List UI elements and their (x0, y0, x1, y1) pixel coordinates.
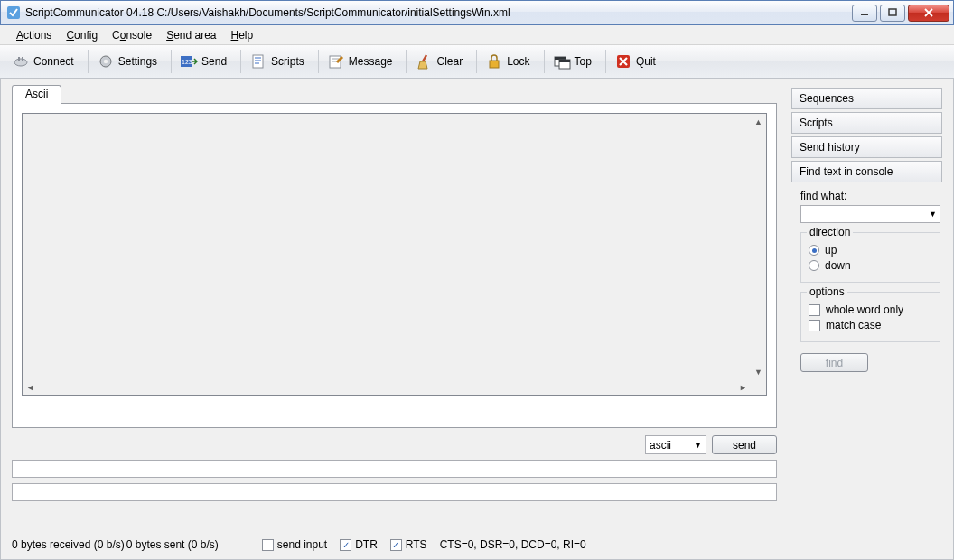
menu-send-area[interactable]: Send area (159, 26, 223, 44)
direction-down-label: down (825, 259, 851, 272)
tab-header: Ascii (12, 84, 777, 103)
status-bar: 0 bytes received (0 b/s) 0 bytes sent (0… (12, 536, 942, 554)
menu-help[interactable]: Help (224, 26, 261, 44)
clear-button[interactable]: Clear (410, 48, 471, 75)
main-area: Ascii ▲ ▼ ◄ ► ascii ▼ send (0, 79, 954, 560)
window-maximize-button[interactable] (880, 5, 905, 22)
quit-button[interactable]: Quit (610, 48, 664, 75)
toolbar-separator (406, 50, 407, 73)
find-what-label: find what: (800, 190, 942, 202)
send-controls: ascii ▼ send (12, 435, 777, 454)
dropdown-arrow-icon: ▼ (929, 210, 937, 219)
menu-config[interactable]: Config (59, 26, 105, 44)
horizontal-scrollbar[interactable]: ◄ ► (23, 379, 751, 395)
dropdown-arrow-icon: ▼ (694, 441, 702, 450)
message-button[interactable]: Message (323, 48, 401, 75)
send-icon: 123 (180, 52, 198, 70)
window-close-button[interactable] (908, 5, 949, 22)
send-input-2[interactable] (12, 483, 777, 501)
scripts-button[interactable]: Scripts (245, 48, 313, 75)
accordion-find[interactable]: Find text in console (791, 161, 942, 182)
top-label: Top (575, 55, 592, 68)
direction-legend: direction (807, 226, 853, 238)
checkbox-icon (262, 539, 274, 551)
gear-icon (97, 52, 115, 70)
toolbar-separator (171, 50, 172, 73)
accordion-sequences[interactable]: Sequences (791, 88, 942, 109)
window-title: ScriptCommunicator 04.18 C:/Users/Vaisha… (25, 6, 510, 19)
scroll-up-arrow-icon[interactable]: ▲ (752, 115, 765, 128)
dtr-label: DTR (355, 538, 378, 551)
window-minimize-button[interactable] (852, 5, 877, 22)
toolbar-separator (605, 50, 606, 73)
svg-rect-5 (22, 57, 23, 61)
broom-icon (415, 52, 433, 70)
title-bar: ScriptCommunicator 04.18 C:/Users/Vaisha… (0, 0, 954, 25)
send-input-checkbox[interactable]: send input (262, 538, 327, 551)
svg-rect-4 (18, 57, 20, 61)
send-label: Send (201, 55, 227, 68)
rts-checkbox[interactable]: ✓ RTS (390, 538, 427, 551)
direction-up-option[interactable]: up (809, 244, 932, 257)
dtr-checkbox[interactable]: ✓ DTR (340, 538, 378, 551)
svg-point-7 (104, 60, 108, 63)
svg-rect-10 (253, 55, 263, 68)
svg-rect-12 (490, 61, 499, 68)
direction-down-option[interactable]: down (809, 259, 932, 272)
plug-icon (12, 52, 30, 70)
vertical-scrollbar[interactable]: ▲ ▼ (751, 114, 766, 379)
find-what-input[interactable]: ▼ (800, 205, 940, 223)
scripts-label: Scripts (271, 55, 304, 68)
svg-rect-1 (861, 14, 868, 15)
direction-group: direction up down (800, 232, 940, 283)
settings-label: Settings (118, 55, 157, 68)
toolbar: Connect Settings 123 Send Scripts Messag… (0, 45, 954, 79)
message-label: Message (349, 55, 393, 68)
svg-rect-16 (559, 60, 570, 62)
radio-icon (809, 260, 819, 271)
lock-button[interactable]: Lock (481, 48, 538, 75)
quit-icon (614, 52, 632, 70)
quit-label: Quit (636, 55, 656, 68)
send-button[interactable]: 123 Send (175, 48, 235, 75)
toolbar-separator (318, 50, 319, 73)
settings-button[interactable]: Settings (92, 48, 165, 75)
direction-up-label: up (825, 244, 837, 257)
scroll-right-arrow-icon[interactable]: ► (736, 380, 750, 394)
find-button[interactable]: find (800, 353, 868, 372)
message-icon (327, 52, 345, 70)
options-group: options whole word only match case (800, 292, 940, 342)
app-icon (6, 5, 21, 20)
right-pane: Sequences Scripts Send history Find text… (791, 88, 942, 372)
checkbox-icon (809, 304, 820, 316)
lock-label: Lock (507, 55, 529, 68)
bytes-sent: 0 bytes sent (0 b/s) (126, 538, 219, 551)
accordion-send-history[interactable]: Send history (791, 136, 942, 158)
toolbar-separator (476, 50, 477, 73)
send-action-button[interactable]: send (712, 435, 777, 454)
whole-word-option[interactable]: whole word only (809, 303, 932, 316)
top-button[interactable]: Top (548, 48, 600, 75)
clear-label: Clear (436, 55, 463, 68)
signal-status: CTS=0, DSR=0, DCD=0, RI=0 (440, 538, 586, 551)
tab-ascii[interactable]: Ascii (12, 85, 61, 104)
send-input-label: send input (277, 538, 327, 551)
connect-button[interactable]: Connect (7, 48, 82, 75)
options-legend: options (807, 285, 847, 298)
scripts-icon (249, 52, 267, 70)
accordion-scripts[interactable]: Scripts (791, 112, 942, 134)
match-case-option[interactable]: match case (809, 319, 932, 331)
window-top-icon (553, 52, 571, 70)
scroll-down-arrow-icon[interactable]: ▼ (752, 365, 765, 378)
console-output[interactable]: ▲ ▼ ◄ ► (22, 113, 767, 396)
format-select[interactable]: ascii ▼ (645, 435, 706, 454)
match-case-label: match case (826, 319, 881, 331)
send-input-1[interactable] (12, 460, 777, 478)
checkbox-icon (809, 320, 820, 331)
connect-label: Connect (33, 55, 74, 68)
scroll-left-arrow-icon[interactable]: ◄ (23, 380, 37, 394)
tab-body: ▲ ▼ ◄ ► (12, 103, 777, 428)
format-value: ascii (650, 439, 671, 452)
menu-console[interactable]: Console (105, 26, 159, 44)
menu-actions[interactable]: Actions (9, 26, 59, 44)
